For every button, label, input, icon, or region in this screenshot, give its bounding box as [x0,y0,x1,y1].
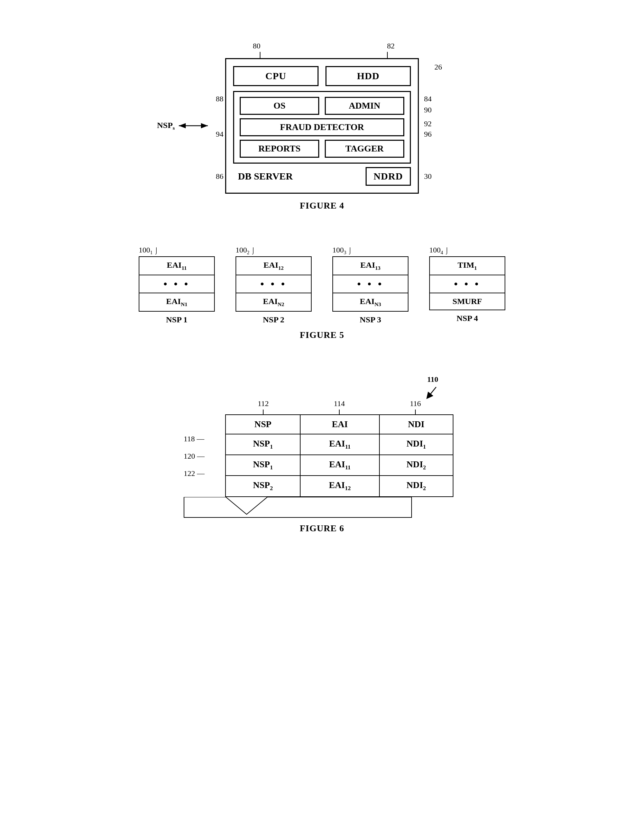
fig6-header-nsp: NSP [225,415,300,434]
reports-box: REPORTS [240,140,319,158]
fraud-label: FRAUD DETECTOR [280,122,364,132]
ref-82: 82 [387,41,395,51]
nsp2-ref: 1002 [236,246,249,254]
fig6-row3-nsp: NSP2 [225,475,300,496]
ref-116: 116 [377,399,453,408]
ref-110: 110 [427,375,438,384]
reports-label: REPORTS [258,144,300,153]
nsp3-last: EAIN3 [333,293,408,311]
nsp3-table: EAI13 • • • EAIN3 [333,256,408,312]
ref-88: 88 [216,95,223,103]
nsp3-block: 1003 ⌡ EAI13 • • • EAIN3 NSP 3 [333,246,408,325]
fig6-ref110-area: 110 [184,375,460,399]
nsps-arrow: NSPs [157,121,210,131]
fraud-detector-box: FRAUD DETECTOR [240,118,404,136]
arrow-110-icon [426,385,440,399]
ref-80: 80 [253,41,261,51]
cpu-label: CPU [265,70,286,81]
ref-30: 30 [424,172,432,181]
nsp2-block: 1002 ⌡ EAI12 • • • EAIN2 NSP 2 [236,246,311,325]
nsp2-name: NSP 2 [263,315,284,325]
ndrd-label: NDRD [373,171,403,181]
nsp3-row1: EAI13 [333,257,408,275]
nsp2-dots: • • • [236,275,311,293]
nsp2-table: EAI12 • • • EAIN2 [236,256,311,312]
nsp4-row1: TIM1 [430,257,505,275]
os-box: OS [240,97,319,115]
nsps-double-arrow-icon [176,122,210,130]
fig6-continuation [184,497,412,518]
fig6-row2-eai: EAI11 [300,455,379,475]
fig6-row3-ndi: NDI2 [380,475,453,496]
fig6-header-eai: EAI [300,415,379,434]
inner-section: OS ADMIN FRAUD DETECTOR [233,91,411,163]
nsp1-name: NSP 1 [166,315,187,325]
fig6-row2-ndi: NDI2 [380,455,453,475]
figure4-label: FIGURE 4 [201,201,443,211]
nsp4-last: SMURF [430,293,505,310]
fig6-zigzag-icon [184,497,412,518]
nsp3-ref: 1003 [333,246,346,254]
table-row: NSP2 EAI12 NDI2 [225,475,453,496]
ref-90: 90 [424,106,432,114]
ref-114: 114 [301,399,377,408]
nsp3-name: NSP 3 [360,315,381,325]
fig6-col-ticks [225,410,453,415]
admin-label: ADMIN [349,101,380,111]
nsp1-row1: EAI11 [139,257,214,275]
figure6-section: 110 112 114 116 [28,375,616,534]
fig6-row1-eai: EAI11 [300,434,379,455]
nsp1-table: EAI11 • • • EAIN1 [139,256,215,312]
ref-26: 26 [434,63,442,72]
fig6-row3-eai: EAI12 [300,475,379,496]
nsp1-dots: • • • [139,275,214,293]
nsp1-block: 1001 ⌡ EAI11 • • • EAIN1 NSP 1 [139,246,215,325]
figure5-label: FIGURE 5 [28,330,616,340]
db-server-label: DB SERVER [233,167,362,185]
hdd-label: HDD [357,70,380,81]
ref-84: 84 [424,95,432,103]
nsp4-ref: 1004 [429,246,443,254]
fig6-header-ndi: NDI [380,415,453,434]
nsp4-block: 1004 ⌡ TIM1 • • • SMURF NSP 4 [429,246,505,323]
nsp3-dots: • • • [333,275,408,293]
os-label: OS [274,101,286,111]
nsp1-ref: 1001 [139,246,153,254]
fig6-table: NSP EAI NDI NSP1 EAI11 NDI1 NSP1 [225,415,453,497]
nsps-label: NSPs [157,121,174,131]
ref-122-label: 122 — [184,470,205,477]
ref-120-label: 120 — [184,452,205,460]
nsp1-last: EAIN1 [139,293,214,311]
page: 80 82 26 NSPs [0,0,644,836]
figure6-label: FIGURE 6 [28,523,616,534]
nsp4-dots: • • • [430,275,505,293]
table-row: NSP1 EAI11 NDI2 [225,455,453,475]
fig6-container: 110 112 114 116 [184,375,460,518]
ref-96: 96 [424,130,432,139]
tagger-box: TAGGER [325,140,404,158]
ref-86: 86 [216,172,223,181]
fig6-col-refs: 112 114 116 [225,399,453,408]
admin-box: ADMIN [325,97,404,115]
figure4-container: 80 82 26 NSPs [201,41,443,211]
fig5-nsp-row: 1001 ⌡ EAI11 • • • EAIN1 NSP 1 1002 ⌡ EA… [28,246,616,325]
nsp4-table: TIM1 • • • SMURF [429,256,505,310]
fig6-row1-nsp: NSP1 [225,434,300,455]
ref-112: 112 [225,399,301,408]
figure5-section: 1001 ⌡ EAI11 • • • EAIN1 NSP 1 1002 ⌡ EA… [28,246,616,340]
hdd-box: HDD [326,66,411,86]
tagger-label: TAGGER [346,144,384,153]
ref-118-label: 118 — [184,435,204,443]
nsp4-name: NSP 4 [457,314,478,323]
fig6-row2-nsp: NSP1 [225,455,300,475]
table-row: NSP1 EAI11 NDI1 [225,434,453,455]
ndrd-box: NDRD [365,167,411,186]
nsp2-last: EAIN2 [236,293,311,311]
svg-line-1 [429,387,436,397]
cpu-box: CPU [233,66,318,86]
fig6-row1-ndi: NDI1 [380,434,453,455]
ref-94: 94 [216,130,223,139]
fig6-table-wrapper: 118 — 120 — 122 — NSP EAI NDI [184,415,460,518]
nsp2-row1: EAI12 [236,257,311,275]
ref-92: 92 [424,119,432,128]
